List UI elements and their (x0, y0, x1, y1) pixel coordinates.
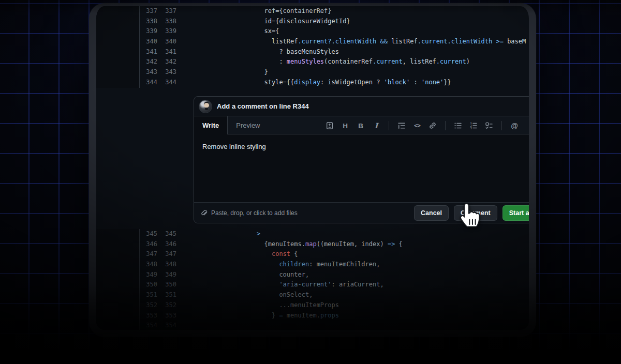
page-background: 337337 ref={containerRef}338338 id={disc… (0, 0, 621, 364)
code-icon[interactable]: <> (409, 118, 425, 133)
ordered-list-icon[interactable]: 1 2 3 (466, 118, 481, 133)
toolbar-divider (445, 121, 446, 130)
attach-files-area[interactable]: Paste, drop, or click to add files (200, 209, 298, 217)
comment-title: Add a comment on line R344 (217, 102, 309, 110)
unordered-list-icon[interactable] (450, 118, 466, 133)
comment-footer: Paste, drop, or click to add files Cance… (194, 202, 536, 223)
suggestion-file-diff-icon[interactable] (322, 118, 337, 133)
paperclip-icon (200, 209, 208, 217)
toolbar-divider (389, 121, 389, 130)
comment-header: Add a comment on line R344 (194, 97, 536, 116)
tab-preview[interactable]: Preview (228, 116, 268, 134)
italic-icon[interactable]: I (368, 118, 384, 133)
inline-comment-panel: Add a comment on line R344 Write Preview… (194, 96, 536, 223)
heading-icon[interactable]: H (337, 118, 353, 133)
svg-text:3: 3 (470, 127, 472, 130)
link-icon[interactable] (425, 118, 440, 133)
action-buttons: Cancel Comment Start a review (414, 205, 536, 221)
markdown-toolbar: H B I <> (322, 116, 522, 135)
quote-icon[interactable] (394, 118, 409, 133)
comment-button[interactable]: Comment (454, 205, 497, 221)
tasklist-icon[interactable] (481, 118, 497, 133)
bold-icon[interactable]: B (353, 118, 368, 133)
user-avatar (199, 100, 212, 113)
editor-tab-strip: Write Preview H B I (194, 116, 536, 134)
cancel-button[interactable]: Cancel (414, 205, 449, 221)
mention-icon[interactable]: @ (507, 118, 522, 133)
toolbar-divider (501, 121, 502, 130)
tab-write[interactable]: Write (194, 116, 228, 134)
comment-textarea[interactable]: Remove inline styling (194, 134, 536, 202)
attach-hint-label: Paste, drop, or click to add files (211, 209, 298, 217)
